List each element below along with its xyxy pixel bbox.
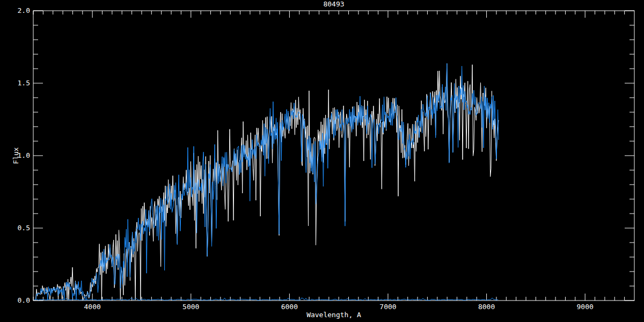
x-tick-label: 8000 <box>471 303 503 310</box>
plot-frame <box>33 11 634 301</box>
object-spectrum-trace <box>36 63 499 300</box>
x-tick-label: 5000 <box>175 303 207 310</box>
axis-ticks <box>33 11 634 301</box>
y-tick-label: 1.0 <box>9 152 30 159</box>
x-tick-label: 7000 <box>372 303 404 310</box>
y-tick-label: 0.5 <box>9 224 30 231</box>
spectrum-chart: 80493 Wavelength, A Flux 0.00.51.01.52.0… <box>0 0 644 322</box>
chart-title: 80493 <box>33 1 634 8</box>
x-axis-title: Wavelength, A <box>33 311 634 318</box>
x-tick-label: 4000 <box>76 303 108 310</box>
y-tick-label: 0.0 <box>9 297 30 304</box>
error-spectrum-trace <box>34 298 498 300</box>
y-tick-label: 2.0 <box>9 7 30 14</box>
y-tick-label: 1.5 <box>9 79 30 86</box>
x-tick-label: 6000 <box>273 303 305 310</box>
spectrum-plot-canvas <box>0 0 644 322</box>
x-tick-label: 9000 <box>569 303 601 310</box>
